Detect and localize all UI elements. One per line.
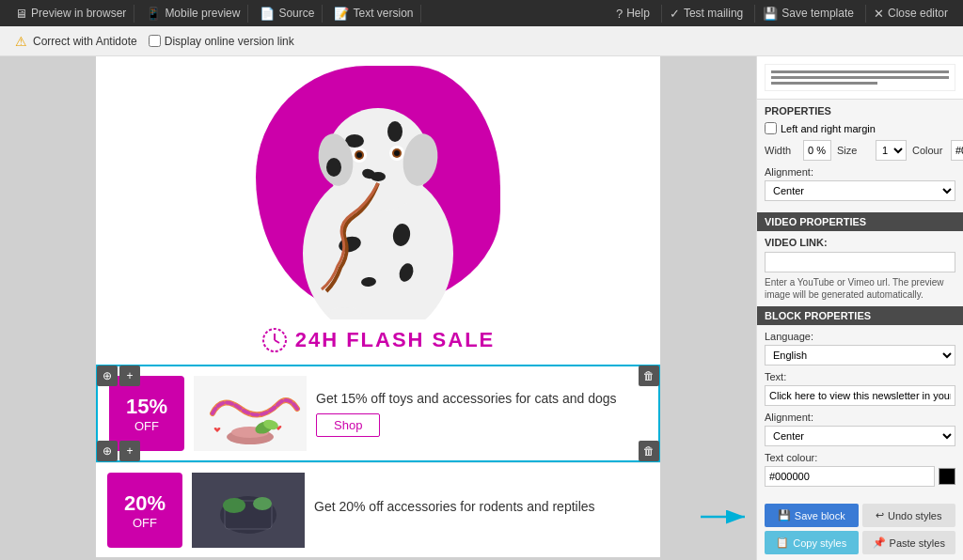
size-label: Size [837,145,870,156]
preview-lines [765,64,955,91]
product-info-2: Get 20% off accessories for rodents and … [314,499,649,521]
discount-badge-2: 20% OFF [107,473,182,548]
main-toolbar: 🖥 Preview in browser 📱 Mobile preview 📄 … [0,0,963,26]
video-url-input[interactable] [765,252,955,272]
block-props-section: Language: English French Text: Alignment… [757,325,963,498]
left-right-margin-row: Left and right margin [765,122,955,134]
copy-styles-button[interactable]: 📋 Copy styles [765,531,859,554]
dog-image-block [96,56,660,319]
shop-button-1[interactable]: Shop [316,413,380,437]
width-size-colour-row: Width Size 1 2 3 Colour [765,140,955,161]
close-editor-btn[interactable]: ✕ Close editor [865,5,955,23]
product-image-1 [194,376,307,451]
close-editor-label: Close editor [888,7,948,20]
help-label: Help [626,7,650,20]
save-template-label: Save template [781,7,854,20]
clock-icon [261,327,288,353]
undo-styles-button[interactable]: ↩ Undo styles [862,504,956,527]
product-block-1[interactable]: ⊕ + 🗑 ⊕ + 🗑 15% OFF [96,365,660,462]
antidote-btn[interactable]: ⚠ Correct with Antidote [15,34,137,49]
text-colour-label: Text colour: [765,452,955,463]
mobile-preview-btn[interactable]: 📱 Mobile preview [138,5,248,23]
text-version-btn[interactable]: 📝 Text version [326,5,421,23]
size-select[interactable]: 1 2 3 [876,140,907,161]
canvas-scroll: 24H FLASH SALE ⊕ + 🗑 ⊕ + [0,56,756,557]
svg-point-20 [391,304,421,319]
delete-block-btn-1[interactable]: 🗑 [639,366,659,386]
dog-image [265,66,491,319]
alignment-label: Alignment: [765,166,955,178]
width-label: Width [765,145,797,156]
test-mailing-btn[interactable]: ✓ Test mailing [661,5,750,23]
block-top-controls-right-1: 🗑 [639,366,659,386]
video-hint: Enter a YouTube or Vimeo url. The previe… [765,276,955,301]
text-colour-input[interactable] [765,466,935,487]
flash-sale-text: 24H FLASH SALE [295,328,496,352]
paste-styles-label: Paste styles [890,537,945,549]
language-select[interactable]: English French [765,345,955,366]
email-container: 24H FLASH SALE ⊕ + 🗑 ⊕ + [96,56,660,557]
text-alignment-select[interactable]: Center Left Right [765,426,955,446]
product-title-1: Get 15% off toys and accessories for cat… [316,391,647,406]
dog-image-area [96,56,660,319]
svg-point-7 [387,121,403,142]
discount-off-1: OFF [134,419,159,433]
source-label: Source [278,7,314,20]
product-img-svg-2 [192,473,305,548]
properties-title: PROPERTIES [765,105,955,117]
discount-badge-1: 15% OFF [109,376,184,451]
paste-styles-button[interactable]: 📌 Paste styles [862,531,956,554]
svg-point-11 [356,152,362,158]
test-mailing-icon: ✓ [670,7,680,21]
flash-sale-title: 24H FLASH SALE [96,327,660,353]
monitor-icon: 🖥 [15,7,27,21]
block-bottom-controls-right-1: 🗑 [639,441,659,461]
width-input[interactable] [803,140,831,161]
delete-block-bottom-btn-1[interactable]: 🗑 [639,441,659,461]
product-block-2[interactable]: 20% OFF [96,462,660,557]
save-block-icon: 💾 [778,509,791,521]
save-block-button[interactable]: 💾 Save block [765,504,859,527]
copy-block-btn-1[interactable]: ⊕ [97,366,118,386]
text-version-label: Text version [353,7,413,20]
help-btn[interactable]: ? Help [608,5,657,23]
alignment-select[interactable]: Center Left Right [765,180,955,201]
source-btn[interactable]: 📄 Source [252,5,323,23]
test-mailing-label: Test mailing [684,7,743,20]
add-block-btn-1[interactable]: + [119,366,140,386]
preview-line-3 [771,82,877,85]
left-right-margin-checkbox[interactable] [765,122,777,134]
mobile-preview-label: Mobile preview [165,7,240,20]
save-template-btn[interactable]: 💾 Save template [754,5,861,23]
display-online-checkbox-label[interactable]: Display online version link [149,35,294,48]
undo-styles-label: Undo styles [888,510,941,521]
save-block-label: Save block [795,510,845,521]
discount-value-2: 20% [124,491,166,516]
svg-point-32 [223,498,245,513]
colour-input[interactable] [951,140,963,161]
display-online-label: Display online version link [165,35,294,48]
copy-styles-label: Copy styles [793,537,846,549]
preview-browser-label: Preview in browser [31,7,126,20]
text-colour-swatch[interactable] [939,468,955,485]
language-label: Language: [765,331,955,342]
save-template-icon: 💾 [763,7,778,21]
display-online-checkbox[interactable] [149,35,161,47]
main-content: 24H FLASH SALE ⊕ + 🗑 ⊕ + [0,56,963,560]
block-bottom-controls-1: ⊕ + [97,441,140,461]
svg-point-33 [253,497,272,510]
add-block-bottom-btn-1[interactable]: + [119,441,140,461]
svg-point-18 [326,158,341,177]
copy-block-bottom-btn-1[interactable]: ⊕ [97,441,118,461]
text-version-icon: 📝 [334,7,349,21]
sub-toolbar: ⚠ Correct with Antidote Display online v… [0,26,963,56]
video-link-label: VIDEO LINK: [765,237,955,248]
close-editor-icon: ✕ [874,7,884,21]
undo-styles-icon: ↩ [876,509,884,521]
preview-browser-btn[interactable]: 🖥 Preview in browser [8,5,134,23]
arrow-container [696,506,752,532]
preview-line-1 [771,70,949,73]
flash-sale-block: 24H FLASH SALE [96,319,660,365]
text-input[interactable] [765,385,955,406]
antidote-icon: ⚠ [15,34,27,49]
